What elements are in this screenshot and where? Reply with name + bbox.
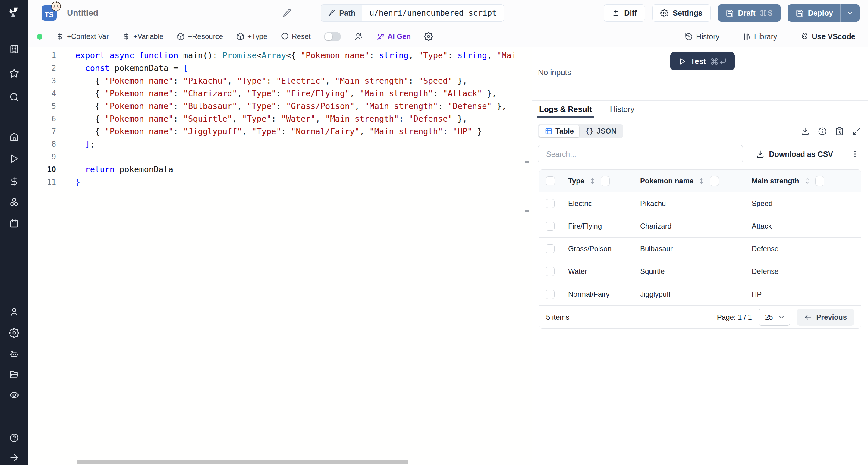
result-search-input[interactable] <box>538 145 743 164</box>
download-csv-button[interactable]: Download as CSV <box>756 150 833 158</box>
add-variable-button[interactable]: +Variable <box>122 32 163 41</box>
sidebar-item-settings[interactable] <box>9 327 20 338</box>
horizontal-scrollbar[interactable] <box>76 460 408 464</box>
table-row[interactable]: Normal/FairyJigglypuffHP <box>539 283 861 306</box>
left-sidebar <box>0 0 28 465</box>
edit-title-pencil-icon[interactable] <box>282 8 292 18</box>
table-row[interactable]: Fire/FlyingCharizardAttack <box>539 215 861 238</box>
expand-icon[interactable] <box>852 127 861 136</box>
code-line[interactable] <box>75 150 532 163</box>
view-toggle-table[interactable]: Table <box>539 125 579 137</box>
sidebar-item-audit[interactable] <box>9 389 20 401</box>
tab-logs-and-result[interactable]: Logs & Result <box>539 101 592 118</box>
sidebar-item-runs[interactable] <box>9 153 20 164</box>
row-checkbox[interactable] <box>546 199 555 208</box>
overview-ruler-mark <box>525 161 529 163</box>
test-button[interactable]: Test <box>670 52 735 70</box>
deploy-button[interactable]: Deploy <box>788 4 860 22</box>
table-row[interactable]: ElectricPikachuSpeed <box>539 193 861 215</box>
sidebar-item-variables[interactable] <box>9 176 20 187</box>
code-line[interactable]: return pokemonData <box>75 163 532 176</box>
sidebar-item-account[interactable] <box>9 307 20 317</box>
column-pin-toggle[interactable] <box>710 176 719 186</box>
sidebar-item-schedules[interactable] <box>9 218 20 229</box>
settings-button[interactable]: Settings <box>652 4 711 22</box>
more-options-kebab-icon[interactable] <box>850 150 860 158</box>
windmill-logo[interactable] <box>7 6 21 19</box>
diff-icon <box>612 9 620 17</box>
save-icon <box>726 9 734 17</box>
multiplayer-toggle[interactable] <box>324 32 341 41</box>
code-line[interactable]: { "Pokemon name": "Charizard", "Type": "… <box>75 87 532 100</box>
sidebar-item-home[interactable] <box>9 131 20 142</box>
table-cell: Speed <box>744 193 861 215</box>
table-cell: HP <box>744 283 861 306</box>
tab-history[interactable]: History <box>610 101 634 118</box>
arrow-left-icon <box>804 313 812 321</box>
add-type-button[interactable]: +Type <box>236 32 267 41</box>
path-field[interactable]: Path u/henri/unencumbered_script <box>321 4 504 22</box>
path-value[interactable]: u/henri/unencumbered_script <box>362 4 504 21</box>
code-line[interactable]: } <box>75 176 532 188</box>
history-button[interactable]: History <box>685 32 719 41</box>
sort-icon[interactable] <box>803 177 811 185</box>
copy-to-clipboard-icon[interactable] <box>835 127 844 136</box>
column-pin-toggle[interactable] <box>815 176 824 186</box>
table-cell: Attack <box>744 215 861 237</box>
draft-shortcut: S <box>760 9 773 18</box>
status-dot <box>37 34 42 39</box>
sort-icon[interactable] <box>589 177 596 185</box>
download-result-icon[interactable] <box>801 127 810 136</box>
code-line[interactable]: const pokemonData = [ <box>75 62 532 75</box>
code-editor[interactable]: 1234567891011 export async function main… <box>28 47 532 465</box>
add-resource-button[interactable]: +Resource <box>177 32 223 41</box>
line-number: 7 <box>28 125 56 138</box>
code-content[interactable]: export async function main(): Promise<Ar… <box>61 49 532 188</box>
chevron-down-icon[interactable] <box>846 9 854 17</box>
page-indicator: Page: 1 / 1 <box>717 313 752 321</box>
sidebar-item-workspace[interactable] <box>9 44 20 55</box>
path-label[interactable]: Path <box>321 4 362 21</box>
row-checkbox[interactable] <box>546 244 555 253</box>
table-row[interactable]: Grass/PoisonBulbasaurDefense <box>539 238 861 260</box>
line-numbers-gutter: 1234567891011 <box>28 49 61 188</box>
command-icon <box>760 9 767 17</box>
line-number: 5 <box>28 100 56 113</box>
reset-button[interactable]: Reset <box>281 32 311 41</box>
select-all-checkbox[interactable] <box>546 176 555 185</box>
code-line[interactable]: { "Pokemon name": "Jigglypuff", "Type": … <box>75 125 532 138</box>
add-context-var-button[interactable]: +Context Var <box>56 32 109 41</box>
code-line[interactable]: export async function main(): Promise<Ar… <box>75 49 532 62</box>
use-vscode-button[interactable]: Use VScode <box>801 32 855 41</box>
diff-button[interactable]: Diff <box>604 4 645 22</box>
row-checkbox[interactable] <box>546 267 555 276</box>
sidebar-item-collapse[interactable] <box>9 452 20 463</box>
info-icon[interactable] <box>818 127 827 136</box>
sidebar-item-favorites[interactable] <box>9 67 20 79</box>
table-row[interactable]: WaterSquirtleDefense <box>539 260 861 283</box>
view-toggle-json[interactable]: {} JSON <box>580 125 622 137</box>
sidebar-item-resources[interactable] <box>9 197 20 207</box>
script-title: Untitled <box>67 8 98 18</box>
table-cell: Normal/Fairy <box>561 283 633 306</box>
code-line[interactable]: { "Pokemon name": "Bulbasaur", "Type": "… <box>75 100 532 113</box>
previous-page-button[interactable]: Previous <box>797 309 854 326</box>
sort-icon[interactable] <box>698 177 706 185</box>
page-size-select[interactable]: 25 <box>758 309 790 326</box>
ai-gen-button[interactable]: AI Gen <box>376 32 411 41</box>
column-pin-toggle[interactable] <box>601 176 610 186</box>
code-line[interactable]: ]; <box>75 138 532 150</box>
row-checkbox[interactable] <box>546 222 555 231</box>
multiplayer-users-icon[interactable] <box>354 32 363 41</box>
sidebar-item-help[interactable] <box>9 432 20 443</box>
code-line[interactable]: { "Pokemon name": "Pikachu", "Type": "El… <box>75 75 532 87</box>
sidebar-item-workers[interactable] <box>9 349 20 359</box>
library-button[interactable]: Library <box>743 32 777 41</box>
vscode-cat-icon <box>801 33 809 41</box>
code-line[interactable]: { "Pokemon name": "Squirtle", "Type": "W… <box>75 113 532 125</box>
editor-settings-gear-icon[interactable] <box>424 32 433 41</box>
row-checkbox[interactable] <box>546 290 555 299</box>
draft-button[interactable]: Draft S <box>718 4 781 22</box>
sidebar-item-folders[interactable] <box>9 369 20 380</box>
table-cell: Jigglypuff <box>633 283 744 306</box>
